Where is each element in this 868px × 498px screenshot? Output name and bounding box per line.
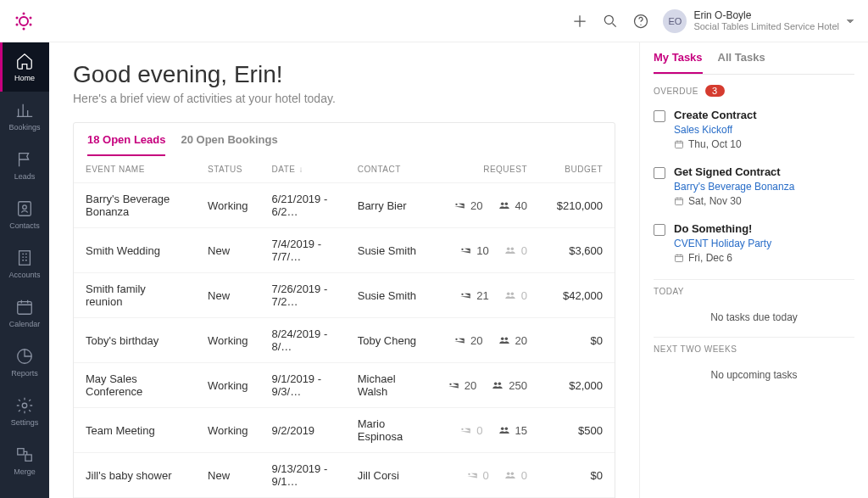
sidebar-item-leads[interactable]: Leads xyxy=(0,141,49,190)
cell-status: Working xyxy=(196,318,259,363)
task-link[interactable]: Barry's Beverage Bonanza xyxy=(674,181,794,193)
bed-icon: 0 xyxy=(459,424,482,437)
col-event[interactable]: EVENT NAME xyxy=(74,156,196,183)
col-date[interactable]: DATE↓ xyxy=(260,156,346,183)
sidebar-item-contacts[interactable]: Contacts xyxy=(0,190,49,239)
task-title: Create Contract xyxy=(674,109,757,121)
bed-icon: 20 xyxy=(448,379,476,392)
cell-contact: Susie Smith xyxy=(346,228,431,273)
svg-point-27 xyxy=(498,383,502,386)
leads-card: 18 Open Leads 20 Open Bookings EVENT NAM… xyxy=(73,122,615,498)
building-icon xyxy=(15,249,34,267)
sort-arrow-icon: ↓ xyxy=(298,165,303,174)
today-empty: No tasks due today xyxy=(654,303,854,332)
task-checkbox[interactable] xyxy=(654,224,665,236)
col-contact[interactable]: CONTACT xyxy=(346,156,431,183)
task-checkbox[interactable] xyxy=(654,110,665,122)
table-row[interactable]: Barry's Beverage BonanzaWorking6/21/2019… xyxy=(74,183,615,228)
cell-date: 9/2/2019 xyxy=(260,408,346,453)
sidebar-item-settings[interactable]: Settings xyxy=(0,387,49,436)
table-row[interactable]: Smith family reunionNew7/26/2019 - 7/2…S… xyxy=(74,273,615,318)
cell-request: 0 15 xyxy=(431,408,539,453)
sidebar-item-calendar[interactable]: Calendar xyxy=(0,288,49,338)
cell-budget: $210,000 xyxy=(539,183,615,228)
page-subtitle: Here's a brief view of activities at you… xyxy=(73,92,615,105)
tab-my-tasks[interactable]: My Tasks xyxy=(654,51,703,74)
help-icon[interactable] xyxy=(632,13,649,30)
table-row[interactable]: Jill's baby showerNew9/13/2019 - 9/1…Jil… xyxy=(74,453,615,498)
home-icon xyxy=(15,52,34,70)
svg-point-26 xyxy=(494,383,498,386)
cell-budget: $0 xyxy=(539,453,615,498)
main-content: Good evening, Erin! Here's a brief view … xyxy=(49,42,639,498)
svg-point-11 xyxy=(23,205,27,210)
cell-status: New xyxy=(196,228,259,273)
table-row[interactable]: May Sales ConferenceWorking9/1/2019 - 9/… xyxy=(74,363,615,408)
col-status[interactable]: STATUS xyxy=(196,156,259,183)
svg-point-7 xyxy=(605,15,614,24)
svg-point-25 xyxy=(504,338,508,341)
svg-point-3 xyxy=(30,23,32,25)
cell-contact: Susie Smith xyxy=(346,273,431,318)
svg-point-0 xyxy=(19,17,28,25)
task-checkbox[interactable] xyxy=(654,167,665,179)
cell-contact: Michael Walsh xyxy=(346,363,431,408)
sidebar-item-home[interactable]: Home xyxy=(0,42,49,92)
search-icon[interactable] xyxy=(602,13,619,30)
bed-icon: 0 xyxy=(466,469,489,482)
cell-event: Team Meeting xyxy=(74,408,196,453)
overdue-heading: OVERDUE 3 xyxy=(654,85,854,97)
contacts-icon xyxy=(15,199,34,218)
tab-all-tasks[interactable]: All Tasks xyxy=(718,51,765,74)
task-link[interactable]: CVENT Holiday Party xyxy=(674,238,771,249)
cell-event: Toby's birthday xyxy=(74,318,196,363)
sidebar: Home Bookings Leads Contacts Accounts Ca… xyxy=(0,42,49,498)
svg-point-28 xyxy=(500,428,504,431)
cell-contact: Barry Bier xyxy=(346,183,431,228)
sidebar-item-label: Bookings xyxy=(8,123,40,131)
cell-contact: Jill Corsi xyxy=(346,453,431,498)
task-item: Do Something!CVENT Holiday Party Fri, De… xyxy=(654,217,854,274)
bed-icon: 21 xyxy=(459,289,488,302)
task-date: Sat, Nov 30 xyxy=(674,195,794,207)
table-row[interactable]: Toby's birthdayWorking8/24/2019 - 8/…Tob… xyxy=(74,318,615,363)
pie-icon xyxy=(15,347,34,366)
user-menu[interactable]: EO Erin O-Boyle Social Tables Limited Se… xyxy=(663,9,854,33)
table-row[interactable]: Smith WeddingNew7/4/2019 - 7/7/…Susie Sm… xyxy=(74,228,615,273)
svg-point-30 xyxy=(507,473,510,476)
sidebar-item-accounts[interactable]: Accounts xyxy=(0,239,49,288)
sidebar-item-label: Merge xyxy=(14,467,36,476)
bed-icon: 20 xyxy=(453,199,482,212)
svg-point-15 xyxy=(22,403,27,408)
sidebar-item-label: Settings xyxy=(11,418,39,427)
tab-open-bookings[interactable]: 20 Open Bookings xyxy=(181,133,277,156)
svg-point-22 xyxy=(507,293,510,296)
svg-rect-13 xyxy=(18,302,32,315)
svg-point-4 xyxy=(23,27,25,30)
table-row[interactable]: Team MeetingWorking9/2/2019Mario Espinos… xyxy=(74,408,615,453)
svg-point-23 xyxy=(510,293,514,296)
cell-contact: Toby Cheng xyxy=(346,318,431,363)
task-date: Thu, Oct 10 xyxy=(674,138,757,150)
task-item: Get Signed ContractBarry's Beverage Bona… xyxy=(654,160,854,217)
sidebar-item-merge[interactable]: Merge xyxy=(0,436,49,485)
col-budget[interactable]: BUDGET xyxy=(539,156,615,183)
tab-open-leads[interactable]: 18 Open Leads xyxy=(87,133,165,156)
people-icon: 0 xyxy=(504,244,527,257)
svg-point-9 xyxy=(641,24,642,25)
cell-date: 7/26/2019 - 7/2… xyxy=(260,273,346,318)
sidebar-item-reports[interactable]: Reports xyxy=(0,338,49,387)
cell-event: Smith family reunion xyxy=(74,273,196,318)
svg-rect-35 xyxy=(676,199,683,205)
cell-budget: $0 xyxy=(539,318,615,363)
task-link[interactable]: Sales Kickoff xyxy=(674,124,757,136)
today-heading: TODAY xyxy=(654,287,854,296)
user-name: Erin O-Boyle xyxy=(693,9,839,21)
cell-request: 20 20 xyxy=(431,318,539,363)
overdue-count-badge: 3 xyxy=(705,85,725,97)
sidebar-item-bookings[interactable]: Bookings xyxy=(0,92,49,141)
add-icon[interactable] xyxy=(571,13,588,30)
cell-budget: $42,000 xyxy=(539,273,615,318)
col-request[interactable]: REQUEST xyxy=(431,156,539,183)
bed-icon: 10 xyxy=(459,244,488,257)
